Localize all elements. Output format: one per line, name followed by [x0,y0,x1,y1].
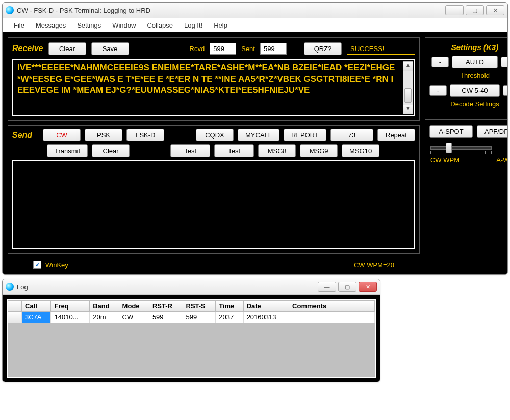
scroll-down-icon[interactable]: ▼ [403,105,413,114]
menu-logit[interactable]: Log It! [184,21,202,29]
scroll-thumb[interactable] [404,88,412,103]
maximize-button[interactable]: ▢ [466,5,484,15]
log-header-row: Call Freq Band Mode RST-R RST-S Time Dat… [8,301,375,312]
log-minimize-button[interactable]: — [318,282,336,292]
receive-label: Receive [12,44,43,53]
log-window: Log — ▢ ✕ Call Freq Band Mode RST-R RST-… [2,279,380,382]
log-col-mode[interactable]: Mode [119,301,149,312]
app-icon [6,6,14,14]
msg-73-button[interactable]: 73 [330,129,373,141]
cell-date[interactable]: 20160313 [243,312,289,323]
cell-mode[interactable]: CW [119,312,149,323]
log-grid[interactable]: Call Freq Band Mode RST-R RST-S Time Dat… [7,299,376,378]
titlebar[interactable]: CW - FSK-D - PSK Terminal: Logging to HR… [3,3,507,18]
msg-repeat-button[interactable]: Repeat [377,129,415,141]
cw-wpm-slider[interactable] [430,142,492,154]
cell-rstr[interactable]: 599 [149,312,183,323]
wpm-status: CW WPM=20 [354,261,394,269]
msg-test1-button[interactable]: Test [170,144,210,157]
log-col-call[interactable]: Call [22,301,51,312]
log-col-rsts[interactable]: RST-S [183,301,216,312]
settings-panel: Settings (K3) - AUTO + Threshold - CW 5-… [425,37,508,114]
receive-textarea[interactable]: IVE***EEEEE*NAHMMCEEEIE9S ENEIMEE*TARE*A… [12,59,415,116]
window-title: CW - FSK-D - PSK Terminal: Logging to HR… [17,7,445,14]
menu-file[interactable]: File [14,21,24,29]
main-window: CW - FSK-D - PSK Terminal: Logging to HR… [2,2,508,275]
send-textarea[interactable] [12,160,415,249]
log-window-title: Log [17,283,318,291]
log-app-icon [6,283,14,291]
mode-psk-button[interactable]: PSK [85,129,122,141]
rcvd-input[interactable]: 599 [210,43,236,55]
save-receive-button[interactable]: Save [91,42,129,55]
decode-minus-button[interactable]: - [429,85,447,96]
log-col-handle[interactable] [8,301,22,312]
decoded-text: IVE***EEEEE*NAHMMCEEEIE9S ENEIMEE*TARE*A… [17,63,395,95]
menubar: File Messages Settings Window Collapse L… [3,18,507,32]
apf-dpb-button[interactable]: APF/DPB [477,125,508,138]
msg-10-button[interactable]: MSG10 [342,144,379,157]
cell-call[interactable]: 3C7A [22,312,51,323]
slider-thumb-icon[interactable] [446,143,452,153]
receive-scrollbar[interactable]: ▲ ▼ [403,61,413,114]
log-col-freq[interactable]: Freq [51,301,90,312]
msg-mycall-button[interactable]: MYCALL [238,129,279,141]
threshold-label: Threshold [429,71,508,79]
decode-value-button[interactable]: CW 5-40 [450,84,500,97]
status-box: SUCCESS! [347,43,415,55]
mode-cw-button[interactable]: CW [43,129,81,141]
msg-9-button[interactable]: MSG9 [300,144,338,157]
log-col-time[interactable]: Time [216,301,243,312]
qrz-button[interactable]: QRZ? [304,42,342,55]
controls-panel: A-SPOT APF/DPB CW WPM A-WPM [425,119,508,170]
menu-help[interactable]: Help [214,21,227,29]
close-button[interactable]: ✕ [486,5,504,15]
cell-rsts[interactable]: 599 [183,312,216,323]
log-row[interactable]: 3C7A 14010... 20m CW 599 599 2037 201603… [8,312,375,323]
scroll-up-icon[interactable]: ▲ [403,62,413,71]
mode-fskd-button[interactable]: FSK-D [126,129,164,141]
threshold-minus-button[interactable]: - [431,57,449,67]
cell-band[interactable]: 20m [90,312,119,323]
msg-test2-button[interactable]: Test [214,144,254,157]
awpm-label: A-WPM [496,156,508,164]
row-handle-icon[interactable] [8,312,22,323]
clear-receive-button[interactable]: Clear [48,42,86,55]
log-maximize-button[interactable]: ▢ [338,282,356,292]
sent-input[interactable]: 599 [260,43,287,55]
menu-collapse[interactable]: Collapse [147,21,173,29]
msg-8-button[interactable]: MSG8 [258,144,296,157]
aspot-button[interactable]: A-SPOT [429,125,473,138]
minimize-button[interactable]: — [445,5,464,15]
log-close-button[interactable]: ✕ [359,282,377,292]
log-col-band[interactable]: Band [90,301,119,312]
msg-cqdx-button[interactable]: CQDX [196,129,234,141]
log-col-rstr[interactable]: RST-R [149,301,183,312]
cell-freq[interactable]: 14010... [51,312,90,323]
menu-messages[interactable]: Messages [36,21,66,29]
decode-plus-button[interactable]: + [503,85,508,96]
settings-title: Settings (K3) [429,43,508,52]
log-col-comments[interactable]: Comments [289,301,375,312]
threshold-plus-button[interactable]: + [501,57,508,67]
clear-send-button[interactable]: Clear [92,144,130,157]
log-col-date[interactable]: Date [243,301,289,312]
cell-comments[interactable] [289,312,375,323]
rcvd-label: Rcvd [190,45,205,53]
cell-time[interactable]: 2037 [216,312,243,323]
send-panel: Send CW PSK FSK-D CQDX MYCALL REPORT 73 … [8,125,420,254]
send-label: Send [12,131,39,140]
threshold-value-button[interactable]: AUTO [452,56,498,68]
winkey-label: WinKey [45,261,68,269]
sent-label: Sent [241,45,255,53]
log-titlebar[interactable]: Log — ▢ ✕ [3,279,380,295]
decode-label: Decode Settings [429,100,508,108]
receive-panel: Receive Clear Save Rcvd 599 Sent 599 QRZ… [8,37,420,121]
cwwpm-label: CW WPM [430,156,460,164]
menu-settings[interactable]: Settings [77,21,101,29]
msg-report-button[interactable]: REPORT [284,129,326,141]
menu-window[interactable]: Window [112,21,136,29]
winkey-checkbox[interactable]: ✔ [33,261,41,269]
transmit-button[interactable]: Transmit [47,144,88,157]
